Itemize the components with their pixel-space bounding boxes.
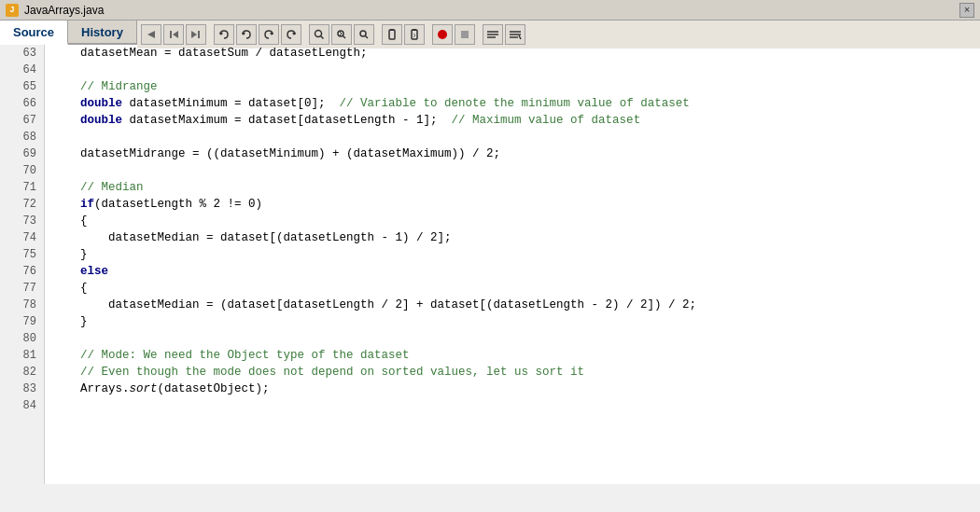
toolbar-btn-search-next[interactable] [354, 24, 374, 45]
line-number: 67 [0, 112, 44, 129]
svg-rect-1 [198, 31, 200, 38]
line-number: 78 [0, 297, 44, 313]
code-line [52, 162, 980, 179]
code-line: // Median [52, 179, 980, 196]
svg-line-5 [343, 35, 345, 38]
line-number: 82 [0, 364, 44, 381]
svg-point-2 [315, 31, 321, 37]
code-line: { [52, 213, 980, 229]
file-icon: J [6, 4, 19, 17]
svg-line-3 [320, 36, 323, 39]
line-number: 74 [0, 229, 44, 246]
line-number: 80 [0, 330, 44, 347]
code-line [52, 62, 980, 78]
line-number: 76 [0, 263, 44, 280]
tab-source[interactable]: Source [0, 21, 68, 45]
toolbar-btn-clipboard[interactable] [382, 24, 402, 45]
svg-rect-8 [389, 30, 395, 39]
line-number: 79 [0, 313, 44, 330]
svg-rect-9 [390, 29, 394, 31]
toolbar-btn-clipboard2[interactable] [404, 24, 425, 45]
code-line: // Even though the mode does not depend … [52, 364, 980, 381]
svg-rect-11 [413, 29, 416, 31]
toolbar-btn-undo[interactable] [214, 24, 234, 45]
code-line: // Midrange [52, 78, 980, 95]
code-line: else [52, 263, 980, 280]
svg-rect-0 [170, 31, 172, 38]
code-line: if(datasetLength % 2 != 0) [52, 196, 980, 213]
toolbar-btn-fwd[interactable] [186, 24, 206, 45]
toolbar-btn-format[interactable] [483, 24, 503, 45]
toolbar-btn-search[interactable] [309, 24, 329, 45]
toolbar-btn-undo2[interactable] [236, 24, 257, 45]
line-number: 70 [0, 162, 44, 179]
code-line: // Mode: We need the Object type of the … [52, 347, 980, 364]
code-line: { [52, 280, 980, 297]
line-number: 84 [0, 397, 44, 414]
toolbar-btn-format2[interactable] [505, 24, 525, 45]
line-number: 75 [0, 246, 44, 263]
toolbar-btn-back[interactable] [141, 24, 161, 45]
line-number: 63 [0, 45, 44, 62]
line-number: 72 [0, 196, 44, 213]
code-line: double datasetMaximum = dataset[datasetL… [52, 112, 980, 129]
line-number-gutter: 6364656667686970717273747576777879808182… [0, 45, 45, 484]
svg-line-7 [365, 35, 368, 38]
code-line: double datasetMinimum = dataset[0]; // V… [52, 95, 980, 112]
code-line: datasetMedian = (dataset[datasetLength /… [52, 297, 980, 313]
line-number: 71 [0, 179, 44, 196]
code-line: } [52, 313, 980, 330]
line-number: 69 [0, 145, 44, 162]
close-button[interactable]: × [959, 3, 974, 18]
tab-history[interactable]: History [68, 21, 137, 43]
toolbar-btn-stop[interactable] [432, 24, 453, 45]
svg-rect-13 [461, 31, 469, 38]
code-line: datasetMedian = dataset[(datasetLength -… [52, 229, 980, 246]
line-number: 81 [0, 347, 44, 364]
title-text: JavaArrays.java [24, 4, 954, 17]
line-number: 68 [0, 129, 44, 145]
toolbar-btn-redo[interactable] [259, 24, 279, 45]
code-line: } [52, 246, 980, 263]
svg-point-12 [438, 30, 447, 39]
line-number: 83 [0, 381, 44, 397]
toolbar-btn-redo2[interactable] [281, 24, 301, 45]
line-number: 73 [0, 213, 44, 229]
code-line [52, 330, 980, 347]
title-bar: J JavaArrays.java × [0, 0, 980, 21]
code-line: datasetMean = datasetSum / datasetLength… [52, 45, 980, 62]
svg-line-20 [519, 35, 521, 39]
code-line [52, 397, 980, 414]
editor: 6364656667686970717273747576777879808182… [0, 45, 980, 484]
tab-bar: Source History [0, 21, 980, 45]
code-line [52, 129, 980, 145]
toolbar-btn-back2[interactable] [163, 24, 184, 45]
line-number: 65 [0, 78, 44, 95]
code-area[interactable]: datasetMean = datasetSum / datasetLength… [45, 45, 980, 484]
code-line: datasetMidrange = ((datasetMinimum) + (d… [52, 145, 980, 162]
toolbar-btn-search-prev[interactable] [331, 24, 352, 45]
line-number: 66 [0, 95, 44, 112]
line-number: 64 [0, 62, 44, 78]
code-line: Arrays.sort(datasetObject); [52, 381, 980, 397]
line-number: 77 [0, 280, 44, 297]
toolbar-btn-stop2[interactable] [455, 24, 475, 45]
